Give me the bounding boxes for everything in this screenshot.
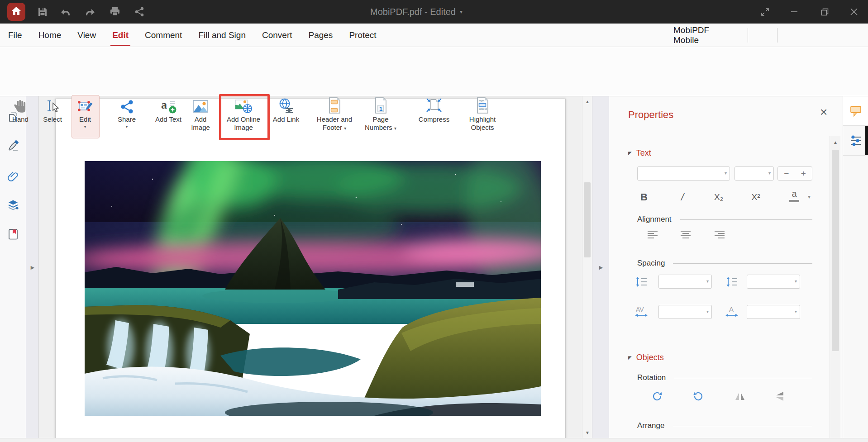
- align-right-button[interactable]: [714, 230, 725, 241]
- layers-icon[interactable]: [7, 199, 19, 211]
- ribbon-button-label: Highlight Objects: [462, 115, 503, 132]
- character-spacing-combo[interactable]: ▾: [658, 305, 712, 319]
- signatures-icon[interactable]: [7, 140, 19, 152]
- hand-icon: [5, 95, 36, 114]
- select-icon: [37, 95, 68, 114]
- right-tab-strip: [843, 96, 868, 438]
- undo-icon[interactable]: [61, 6, 72, 17]
- font-color-caret-icon[interactable]: ▾: [808, 194, 811, 200]
- add-link-button[interactable]: Add Link: [272, 95, 300, 124]
- rotate-counterclockwise-button[interactable]: [692, 390, 704, 404]
- compress-button[interactable]: Compress: [415, 95, 453, 124]
- rotate-clockwise-button[interactable]: [651, 390, 663, 404]
- line-spacing-icon: [635, 276, 648, 290]
- scrollbar-thumb[interactable]: [584, 182, 591, 257]
- home-button[interactable]: [7, 3, 25, 21]
- text-section-header[interactable]: ◤ Text: [628, 148, 651, 158]
- font-family-combo[interactable]: ▾: [637, 166, 730, 181]
- minimize-button[interactable]: [790, 8, 798, 16]
- font-size-combo[interactable]: ▾: [734, 166, 774, 181]
- expand-left-panel-handle[interactable]: ►: [29, 264, 36, 271]
- objects-section-header[interactable]: ◤ Objects: [628, 353, 664, 362]
- line-spacing-combo[interactable]: ▾: [658, 275, 712, 289]
- pdf-photo-aurora-landscape[interactable]: [85, 161, 541, 416]
- font-color-button[interactable]: a: [789, 189, 799, 202]
- menu-tab-pages[interactable]: Pages: [309, 30, 333, 40]
- select-tool-button[interactable]: Select: [37, 95, 68, 124]
- chevron-down-icon: ▾: [795, 279, 797, 284]
- add-image-icon: [184, 95, 217, 114]
- collapse-section-icon: ◤: [628, 355, 632, 360]
- panel-scrollbar-thumb[interactable]: [832, 150, 839, 351]
- edit-tool-button[interactable]: Edit ▾: [69, 95, 101, 129]
- paragraph-spacing-combo[interactable]: ▾: [747, 275, 800, 289]
- highlight-objects-button[interactable]: Highlight Objects: [462, 95, 503, 132]
- align-center-button[interactable]: [680, 230, 691, 241]
- menu-tab-view[interactable]: View: [77, 30, 96, 40]
- mobipdf-mobile-button[interactable]: MobiPDF Mobile: [673, 24, 709, 47]
- hand-tool-button[interactable]: Hand: [5, 95, 36, 124]
- panel-scroll-up-arrow[interactable]: ▲: [830, 140, 841, 145]
- scroll-up-arrow[interactable]: ▲: [582, 99, 592, 104]
- document-scrollbar[interactable]: ▲ ▼: [582, 96, 592, 438]
- ribbon-button-label: Compress: [415, 115, 453, 124]
- document-canvas[interactable]: [39, 96, 582, 438]
- close-panel-button[interactable]: ×: [820, 105, 827, 119]
- menu-tab-edit[interactable]: Edit: [112, 30, 129, 40]
- tab-properties[interactable]: [843, 126, 868, 156]
- add-image-button[interactable]: Add Image: [184, 95, 217, 132]
- ribbon-button-label: Hand: [5, 115, 36, 124]
- panel-scrollbar[interactable]: ▲: [830, 136, 840, 438]
- expand-right-panel-handle[interactable]: ►: [598, 264, 604, 271]
- tab-comments[interactable]: [843, 96, 868, 126]
- menu-tab-home[interactable]: Home: [38, 30, 62, 40]
- menu-tab-protect[interactable]: Protect: [349, 30, 376, 40]
- page-numbers-button[interactable]: 1 Page Numbers ▾: [360, 95, 401, 133]
- flip-vertical-button[interactable]: [774, 390, 786, 404]
- add-text-button[interactable]: a Add Text: [152, 95, 185, 124]
- menu-tab-fill-and-sign[interactable]: Fill and Sign: [198, 30, 246, 40]
- bookmarks-icon[interactable]: [7, 228, 19, 240]
- highlight-objects-icon: [462, 95, 503, 114]
- properties-sliders-icon: [849, 134, 862, 147]
- dropdown-caret-icon: ▾: [394, 126, 396, 131]
- maximize-button[interactable]: [820, 8, 829, 16]
- decrease-font-size-button[interactable]: −: [778, 167, 795, 180]
- dropdown-caret-icon: ▾: [69, 124, 101, 129]
- align-left-button[interactable]: [647, 230, 658, 241]
- italic-button[interactable]: /: [681, 191, 684, 203]
- horizontal-scale-combo[interactable]: ▾: [747, 305, 800, 319]
- pdf-page[interactable]: [55, 99, 566, 438]
- ribbon-button-label: Add Image: [184, 115, 217, 132]
- superscript-button[interactable]: X²: [752, 192, 760, 202]
- divider: [748, 28, 748, 43]
- left-panel-splitter[interactable]: ►: [26, 96, 39, 438]
- window-title[interactable]: MobiPDF.pdf - Edited ▾: [370, 0, 463, 24]
- add-online-image-button[interactable]: Add Online Image: [220, 95, 267, 132]
- share-button[interactable]: Share ▾: [111, 95, 143, 129]
- subscript-button[interactable]: X₂: [714, 192, 723, 202]
- header-footer-icon: [310, 95, 359, 114]
- close-button[interactable]: [850, 8, 858, 16]
- menu-tab-convert[interactable]: Convert: [262, 30, 292, 40]
- attachments-icon[interactable]: [7, 170, 19, 181]
- scroll-down-arrow[interactable]: ▼: [582, 430, 592, 435]
- redo-icon[interactable]: [84, 6, 95, 17]
- flip-horizontal-button[interactable]: [734, 390, 746, 404]
- font-color-letter: a: [789, 189, 799, 199]
- dropdown-caret-icon: ▾: [344, 126, 346, 131]
- header-and-footer-button[interactable]: Header and Footer ▾: [310, 95, 359, 133]
- menu-tab-file[interactable]: File: [8, 30, 22, 40]
- share-top-icon[interactable]: [134, 6, 145, 17]
- window-title-text: MobiPDF.pdf - Edited: [370, 7, 456, 17]
- right-panel-splitter[interactable]: ►: [592, 96, 609, 438]
- print-icon[interactable]: [110, 6, 120, 17]
- menu-tab-comment[interactable]: Comment: [145, 30, 182, 40]
- save-icon[interactable]: [37, 6, 48, 17]
- fullscreen-button[interactable]: [761, 8, 769, 16]
- bold-button[interactable]: B: [640, 191, 648, 203]
- rotation-label: Rotation: [637, 373, 666, 382]
- ribbon-button-label: Header and Footer ▾: [310, 115, 359, 133]
- increase-font-size-button[interactable]: +: [795, 167, 812, 180]
- character-spacing-icon: AV: [634, 306, 648, 320]
